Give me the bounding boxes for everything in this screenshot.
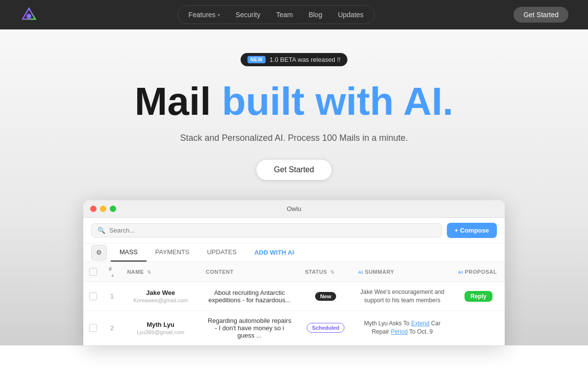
nav-get-started-button[interactable]: Get Started [514,7,568,23]
col-status-header: STATUS [305,269,327,275]
app-toolbar: 🔍 + Compose [83,218,505,243]
row1-proposal[interactable]: Reply [452,282,505,311]
table-row: 1 Jake Wee Koreawee@gmail.com About recr… [83,282,505,311]
nav-team[interactable]: Team [270,9,298,21]
window-titlebar: Owlu [83,200,505,218]
status-sort-icon[interactable]: ⇅ [330,269,335,275]
row2-summary-text: Myth Lyu Asks To Extend Car Repair Perio… [364,320,441,335]
row1-summary: Jake Wee's encouragement and support to … [352,282,452,311]
badge-text: 1.0 BETA was released !! [270,56,341,63]
email-table: # ▲ NAME ⇅ CONTENT STATUS ⇅ AI [83,262,505,345]
svg-point-2 [26,14,31,19]
app-tabs: ⚙ MASS PAYMENTS UPDATES ADD WITH AI [83,243,505,262]
filter-button[interactable]: ⚙ [91,245,107,261]
badge-new-label: NEW [247,56,266,63]
window-minimize-button[interactable] [100,206,106,212]
row2-summary: Myth Lyu Asks To Extend Car Repair Perio… [352,311,452,345]
chevron-down-icon: ▾ [218,12,220,18]
filter-icon: ⚙ [96,249,102,256]
nav-updates[interactable]: Updates [332,9,369,21]
reply-badge[interactable]: Reply [465,291,492,302]
row1-num: 1 [103,282,121,311]
col-summary-header: AI SUMMARY [358,269,394,275]
tab-mass[interactable]: MASS [111,243,147,262]
row2-content-dim: - I don't have money so i guess ... [215,324,284,339]
table-row: 2 Myth Lyu Lyu369@gmail.com Regarding au… [83,311,505,345]
row1-sender-email: Koreawee@gmail.com [127,297,194,303]
row2-status: Scheduled [299,311,352,345]
window-maximize-button[interactable] [110,206,116,212]
col-proposal-header: AI PROPOSAL [458,269,497,275]
app-window: Owlu 🔍 + Compose ⚙ MASS PAYMENTS UPDATES… [83,200,505,345]
tab-payments[interactable]: PAYMENTS [147,243,198,262]
row2-content: Regarding automobile repairs - I don't h… [200,311,299,345]
row2-sender-name: Myth Lyu [127,321,194,328]
row1-summary-text: Jake Wee's encouragement and support to … [360,289,444,304]
nav-security[interactable]: Security [230,9,267,21]
select-all-checkbox[interactable] [89,268,97,276]
col-content-header: CONTENT [200,262,299,282]
window-close-button[interactable] [90,206,97,212]
col-num-header: # [109,266,112,272]
col-name-header: NAME [127,269,144,275]
hero-title: Mail built with AI. [10,80,578,123]
row1-status: New [299,282,352,311]
search-input[interactable] [109,227,436,234]
row2-sender: Myth Lyu Lyu369@gmail.com [121,311,200,345]
status-badge-scheduled: Scheduled [307,323,345,333]
hero-get-started-button[interactable]: Get Started [256,159,332,181]
status-badge-new: New [315,292,336,301]
hero-subtitle: Stack and Personalized AI. Process 100 M… [10,133,578,143]
period-link[interactable]: Period [391,328,408,335]
beta-badge[interactable]: NEW 1.0 BETA was released !! [241,53,347,66]
nav-features[interactable]: Features ▾ [183,9,226,21]
row1-content: About recruiting Antarctic expeditions -… [200,282,299,311]
window-controls [90,206,116,212]
sort-icon: ▲ [110,272,115,278]
search-bar[interactable]: 🔍 [91,223,442,237]
tab-updates[interactable]: UPDATES [198,243,245,262]
name-sort-icon[interactable]: ⇅ [147,269,151,275]
logo[interactable] [20,5,38,24]
tab-add-with-ai[interactable]: ADD WITH AI [245,244,303,261]
row1-checkbox[interactable] [89,292,97,300]
extend-link[interactable]: Extend [411,320,429,327]
window-title: Owlu [287,205,301,212]
row1-content-dim: - for hazardous... [241,296,291,304]
row1-sender: Jake Wee Koreawee@gmail.com [121,282,200,311]
compose-button[interactable]: + Compose [447,223,497,238]
row1-sender-name: Jake Wee [127,289,194,296]
search-icon: 🔍 [98,227,105,234]
row2-content-main: Regarding automobile repairs [208,317,292,324]
row2-num: 2 [103,311,121,345]
hero-section: NEW 1.0 BETA was released !! Mail built … [0,29,588,345]
row2-sender-email: Lyu369@gmail.com [127,329,194,335]
nav-blog[interactable]: Blog [303,9,328,21]
navbar: Features ▾ Security Team Blog Updates Ge… [0,0,588,29]
nav-links: Features ▾ Security Team Blog Updates [177,5,375,24]
row2-proposal [452,311,505,345]
row2-checkbox[interactable] [89,324,97,332]
